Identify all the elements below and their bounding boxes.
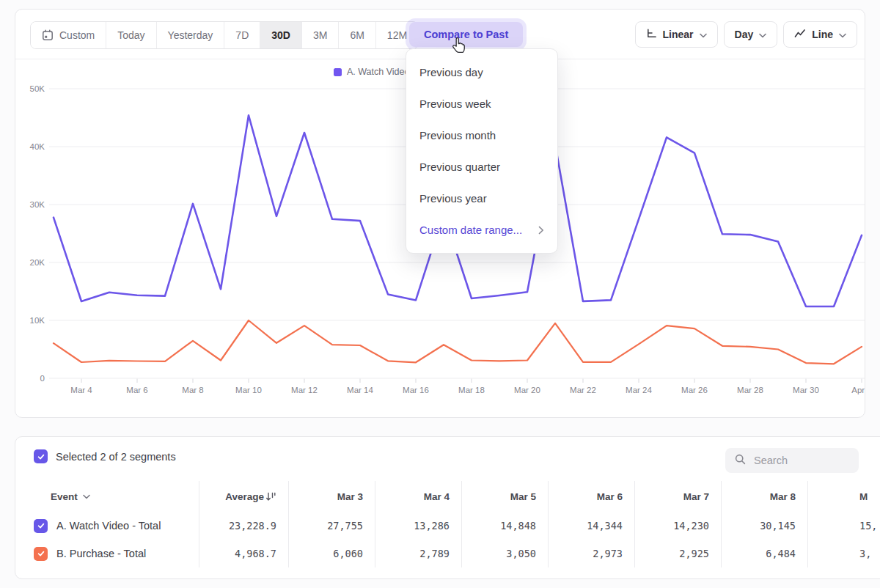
line-chart-icon (794, 28, 806, 41)
chevron-down-icon (700, 29, 707, 40)
calendar-icon (42, 29, 54, 41)
chevron-right-icon (538, 226, 544, 235)
chart-type-label: Line (812, 29, 833, 40)
svg-text:Mar 24: Mar 24 (626, 386, 652, 394)
segments-card: Selected 2 of 2 segments EventAverageMar… (15, 436, 880, 579)
value-cell: 30,145 (721, 512, 807, 540)
selected-segments-label: Selected 2 of 2 segments (56, 451, 176, 463)
column-header-label: Mar 5 (510, 491, 536, 502)
svg-text:Mar 22: Mar 22 (570, 386, 596, 394)
svg-text:Mar 8: Mar 8 (182, 386, 203, 394)
range-button-label: Custom (59, 29, 95, 41)
scale-label: Linear (663, 29, 694, 40)
range-button-label: Yesterday (168, 29, 213, 41)
segment-cell: A. Watch Video - Total (15, 519, 199, 533)
menu-item-label: Previous month (419, 129, 496, 142)
svg-text:Mar 12: Mar 12 (291, 386, 318, 394)
svg-text:Mar 16: Mar 16 (403, 386, 429, 394)
segment-label: B. Purchase - Total (56, 548, 146, 559)
svg-text:50K: 50K (30, 84, 45, 93)
svg-text:40K: 40K (30, 142, 45, 151)
menu-item-previous-year[interactable]: Previous year (406, 183, 557, 214)
segment-checkbox[interactable] (34, 547, 48, 561)
segment-checkbox[interactable] (34, 519, 48, 533)
range-button-today[interactable]: Today (106, 22, 156, 48)
value-cell: 6,060 (288, 540, 375, 567)
value-cell: 15, (807, 512, 880, 540)
column-header-label: Mar 7 (683, 491, 709, 502)
range-button-30d[interactable]: 30D (260, 22, 302, 48)
value-cell: 14,344 (548, 512, 634, 540)
menu-item-previous-week[interactable]: Previous week (406, 88, 557, 120)
range-button-7d[interactable]: 7D (224, 22, 260, 48)
value-cell: 4,968.7 (199, 540, 288, 567)
range-button-label: 6M (350, 29, 364, 41)
column-header-label: M (859, 491, 868, 502)
select-all-segments[interactable]: Selected 2 of 2 segments (34, 449, 176, 463)
value-cell: 2,925 (634, 540, 721, 567)
column-header-label: Average (225, 491, 264, 502)
select-all-checkbox[interactable] (34, 449, 48, 463)
segment-search[interactable] (725, 448, 859, 473)
menu-item-previous-quarter[interactable]: Previous quarter (406, 151, 557, 183)
svg-text:20K: 20K (30, 258, 45, 267)
svg-text:Mar 26: Mar 26 (681, 386, 708, 394)
interval-dropdown[interactable]: Day (724, 21, 778, 48)
column-header-mar-6[interactable]: Mar 6 (548, 481, 634, 512)
menu-item-label: Previous quarter (419, 161, 500, 173)
search-icon (734, 453, 747, 468)
column-header-mar-7[interactable]: Mar 7 (634, 481, 721, 512)
value-cell: 3, (807, 540, 880, 567)
value-cell: 14,848 (461, 512, 548, 540)
column-header-mar-3[interactable]: Mar 3 (288, 481, 375, 512)
svg-text:Mar 20: Mar 20 (514, 386, 540, 394)
range-button-3m[interactable]: 3M (302, 22, 339, 48)
range-button-label: Today (117, 29, 144, 41)
compare-to-past-menu: Previous dayPrevious weekPrevious monthP… (406, 48, 558, 254)
table-row: B. Purchase - Total4,968.76,0602,7893,05… (15, 540, 880, 567)
chevron-down-icon (83, 494, 90, 499)
column-header-label: Mar 8 (770, 491, 796, 502)
svg-text:Mar 6: Mar 6 (126, 386, 147, 394)
column-header-mar-5[interactable]: Mar 5 (461, 481, 548, 512)
chevron-down-icon (759, 29, 766, 40)
range-button-custom[interactable]: Custom (31, 22, 106, 48)
chevron-down-icon (839, 29, 846, 40)
column-header-average[interactable]: Average (199, 481, 288, 512)
sort-descending-icon (264, 492, 276, 501)
svg-text:Mar 4: Mar 4 (70, 386, 92, 394)
menu-item-previous-day[interactable]: Previous day (406, 56, 557, 88)
legend-swatch-icon (334, 68, 342, 76)
menu-item-custom-date-range[interactable]: Custom date range... (406, 214, 557, 246)
segment-cell: B. Purchase - Total (15, 547, 199, 561)
linear-axis-icon (646, 28, 657, 41)
segments-table: EventAverageMar 3Mar 4Mar 5Mar 6Mar 7Mar… (15, 481, 880, 567)
scale-dropdown[interactable]: Linear (635, 21, 718, 48)
range-button-label: 3M (313, 29, 327, 41)
compare-to-past-button[interactable]: Compare to Past (409, 22, 523, 47)
menu-item-previous-month[interactable]: Previous month (406, 120, 557, 151)
svg-text:Mar 10: Mar 10 (235, 386, 262, 394)
column-header-label: Mar 4 (424, 491, 450, 502)
svg-text:Mar 18: Mar 18 (458, 386, 485, 394)
segments-header: Selected 2 of 2 segments (15, 437, 880, 481)
range-button-label: 7D (235, 29, 249, 41)
range-button-yesterday[interactable]: Yesterday (157, 22, 225, 48)
chart-type-dropdown[interactable]: Line (783, 21, 857, 48)
chart-controls: Linear Day Line (635, 21, 857, 48)
column-header-event[interactable]: Event (15, 491, 199, 502)
svg-text:Mar 14: Mar 14 (347, 386, 373, 394)
svg-text:30K: 30K (30, 200, 45, 209)
value-cell: 2,973 (548, 540, 634, 567)
column-header-m[interactable]: M (807, 481, 880, 512)
range-button-6m[interactable]: 6M (339, 22, 375, 48)
column-header-label: Mar 3 (337, 491, 363, 502)
value-cell: 3,050 (461, 540, 548, 567)
value-cell: 14,230 (634, 512, 721, 540)
search-input[interactable] (752, 454, 851, 467)
column-header-mar-8[interactable]: Mar 8 (721, 481, 807, 512)
range-button-label: 30D (271, 29, 290, 41)
column-header-mar-4[interactable]: Mar 4 (375, 481, 461, 512)
value-cell: 23,228.9 (199, 512, 288, 540)
table-header-row: EventAverageMar 3Mar 4Mar 5Mar 6Mar 7Mar… (15, 481, 880, 512)
